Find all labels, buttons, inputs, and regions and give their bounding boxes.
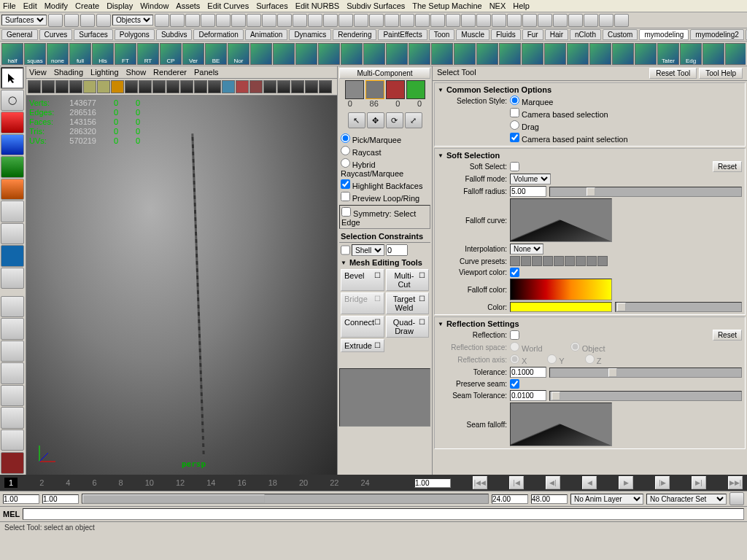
shelf-tab[interactable]: PaintEffects <box>378 29 427 40</box>
shelf-icon[interactable] <box>522 43 543 65</box>
vp-icon[interactable] <box>42 80 55 93</box>
shelf-icon[interactable] <box>250 43 272 65</box>
shelf-icon[interactable] <box>386 43 408 65</box>
module-select[interactable]: Surfaces <box>1 15 47 26</box>
shelf-icon[interactable]: FT <box>115 43 136 65</box>
object-mode-icon[interactable] <box>345 80 364 99</box>
world-radio[interactable]: World <box>510 342 543 353</box>
shelf-icon[interactable] <box>431 43 453 65</box>
vp-icon[interactable] <box>180 80 193 93</box>
reflection-check[interactable] <box>510 330 519 340</box>
range-slider[interactable] <box>82 494 489 504</box>
next-key-button[interactable]: |▶ <box>655 476 670 489</box>
vp-menu-view[interactable]: View <box>29 68 47 77</box>
preset-icon[interactable] <box>597 256 608 266</box>
mask-icon[interactable] <box>553 14 568 27</box>
command-input[interactable] <box>23 508 744 520</box>
mask-icon[interactable] <box>584 14 598 27</box>
interp-select[interactable]: None <box>510 244 543 254</box>
shelf-icon[interactable]: His <box>92 43 114 65</box>
seam-tol-slider[interactable] <box>549 391 742 401</box>
vp-menu-show[interactable]: Show <box>126 68 147 77</box>
vp-icon[interactable] <box>277 80 290 93</box>
axis-x-radio[interactable]: X <box>510 354 527 365</box>
preset-icon[interactable] <box>576 256 586 266</box>
status-icon[interactable] <box>96 14 111 27</box>
mask-icon[interactable] <box>614 14 629 27</box>
preset-icon[interactable] <box>543 256 553 266</box>
menu-subdiv[interactable]: Subdiv Surfaces <box>347 1 405 10</box>
multi-component-button[interactable]: Multi-Component <box>339 68 430 79</box>
bridge-button[interactable]: Bridge ☐ <box>341 292 384 314</box>
mask-icon[interactable] <box>293 14 307 27</box>
shelf-icon[interactable] <box>589 43 611 65</box>
anim-start-input[interactable] <box>3 494 39 504</box>
mask-icon[interactable] <box>338 14 353 27</box>
menu-assets[interactable]: Assets <box>176 1 200 10</box>
pick-marquee-radio[interactable]: Pick/Marquee <box>339 133 430 145</box>
tweak-icon[interactable]: ↖ <box>348 112 365 128</box>
cam-paint-check[interactable]: Camera based paint selection <box>510 133 628 144</box>
rewind-start-button[interactable]: |◀◀ <box>473 476 487 489</box>
mask-icon[interactable] <box>308 14 322 27</box>
vp-icon[interactable] <box>166 80 179 93</box>
move-icon[interactable]: ✥ <box>367 112 384 128</box>
mask-icon[interactable] <box>446 14 460 27</box>
shelf-icon[interactable] <box>273 43 295 65</box>
vp-icon[interactable] <box>208 80 221 93</box>
vp-icon[interactable] <box>125 80 138 93</box>
soft-select-check[interactable] <box>510 162 519 171</box>
char-set-select[interactable]: No Character Set <box>646 494 727 505</box>
script-editor-icon[interactable] <box>1 452 24 474</box>
mask-icon[interactable] <box>155 14 169 27</box>
raycast-radio[interactable]: Raycast <box>339 145 430 158</box>
vp-menu-lighting[interactable]: Lighting <box>90 68 119 77</box>
mask-icon[interactable] <box>492 14 506 27</box>
prev-key-button[interactable]: ◀| <box>546 476 560 489</box>
shelf-tab[interactable]: Fluids <box>491 29 521 40</box>
color-slider[interactable] <box>615 302 742 312</box>
menu-create[interactable]: Create <box>75 1 99 10</box>
layout-out[interactable] <box>1 429 24 451</box>
vp-icon[interactable] <box>111 80 124 93</box>
mask-icon[interactable] <box>262 14 276 27</box>
connect-button[interactable]: Connect ☐ <box>341 316 384 338</box>
vp-menu-renderer[interactable]: Renderer <box>153 68 187 77</box>
step-fwd-button[interactable]: ▶| <box>692 476 706 489</box>
soft-sel-header[interactable]: Soft Selection <box>436 150 743 160</box>
shelf-tab[interactable]: Toon <box>429 29 455 40</box>
preset-icon[interactable] <box>565 256 575 266</box>
vp-icon[interactable] <box>305 80 318 93</box>
reflection-reset-button[interactable]: Reset <box>713 330 742 341</box>
viewport-3d[interactable]: Verts:14367700 Edges:28651600 Faces:1431… <box>26 96 337 475</box>
shelf-icon[interactable]: full <box>69 43 91 65</box>
menu-surfaces[interactable]: Surfaces <box>256 1 287 10</box>
vp-menu-shading[interactable]: Shading <box>54 68 83 77</box>
mask-icon[interactable] <box>461 14 476 27</box>
falloff-curve-editor[interactable] <box>510 198 612 242</box>
mask-select[interactable]: Objects <box>112 15 153 26</box>
shelf-icon[interactable] <box>454 43 476 65</box>
vp-icon[interactable] <box>236 80 249 93</box>
cam-based-check[interactable]: Camera based selection <box>510 108 608 119</box>
vp-icon[interactable] <box>222 80 235 93</box>
preserve-seam-check[interactable] <box>510 379 519 389</box>
vp-icon[interactable] <box>83 80 96 93</box>
falloff-mode-select[interactable]: Volume <box>510 174 551 184</box>
mask-icon[interactable] <box>354 14 368 27</box>
shelf-icon[interactable]: Edg <box>680 43 702 65</box>
menu-nex[interactable]: NEX <box>489 1 506 10</box>
mask-icon[interactable] <box>231 14 246 27</box>
shelf-icon[interactable] <box>635 43 657 65</box>
vp-icon[interactable] <box>249 80 263 93</box>
anim-end-input[interactable] <box>531 494 568 504</box>
constraint-check[interactable] <box>341 244 350 256</box>
soft-mod-tool[interactable] <box>1 223 24 245</box>
preset-icon[interactable] <box>587 256 597 266</box>
menu-setup-machine[interactable]: The Setup Machine <box>412 1 481 10</box>
layout-single[interactable] <box>1 296 24 318</box>
shelf-icon[interactable] <box>499 43 521 65</box>
forward-end-button[interactable]: ▶▶| <box>728 476 743 489</box>
range-start-input[interactable] <box>42 494 79 504</box>
mask-icon[interactable] <box>201 14 215 27</box>
